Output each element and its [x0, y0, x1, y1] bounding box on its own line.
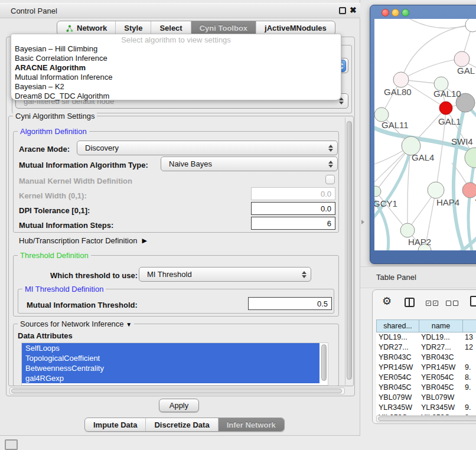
network-node[interactable]: [393, 72, 409, 87]
attribute-item-betweennesscentrality[interactable]: BetweennessCentrality: [22, 363, 319, 373]
list-scrollbar-thumb[interactable]: [321, 344, 327, 381]
minimized-panel-icon[interactable]: [5, 439, 18, 450]
table-row[interactable]: YBL079WYBL079W: [376, 393, 476, 403]
settings-vertical-scrollbar[interactable]: [345, 118, 353, 385]
table-cell[interactable]: 8.: [462, 373, 476, 383]
dropdown-item-dream8[interactable]: Dream8 DC_TDC Algorithm: [11, 92, 341, 101]
column-header-shared-name[interactable]: shared...: [377, 320, 419, 332]
table-cell[interactable]: 9.: [462, 363, 476, 373]
apply-button[interactable]: Apply: [159, 399, 199, 412]
network-canvas[interactable]: GALGAL80GAL10GAL1GAL11SWI4GAL4GCY1HAP4YH…: [374, 19, 476, 250]
attribute-item-selfloops[interactable]: SelfLoops: [22, 343, 319, 353]
column-header-name[interactable]: name: [419, 320, 463, 332]
expander-right-icon[interactable]: ▶: [142, 237, 146, 244]
aracne-mode-combo[interactable]: Discovery: [77, 141, 338, 155]
dropdown-item-bayesian-hill-climbing[interactable]: Bayesian – Hill Climbing: [11, 44, 341, 54]
tab-infer-network[interactable]: Infer Network: [218, 418, 284, 431]
table-row[interactable]: YBR043CYBR043C: [376, 353, 476, 363]
mi-steps-field[interactable]: 6: [251, 217, 335, 230]
panel-divider: [0, 435, 360, 436]
network-node[interactable]: [374, 186, 381, 197]
table-row[interactable]: YDR27...YDR27...12: [376, 343, 476, 353]
window-zoom-icon[interactable]: [402, 9, 409, 17]
table-row[interactable]: YLR345WYLR345W9.: [376, 403, 476, 413]
tab-cyni-toolbox[interactable]: Cyni Toolbox: [191, 21, 256, 35]
table-cell[interactable]: YBL079W: [376, 393, 419, 403]
attribute-item-topologicalcoefficient[interactable]: TopologicalCoefficient: [22, 353, 319, 363]
mi-threshold-field[interactable]: 0.5: [248, 297, 332, 310]
window-minimize-icon[interactable]: [392, 9, 399, 17]
select-all-icon[interactable]: ✓✓: [426, 301, 438, 306]
panel-splitter[interactable]: [360, 0, 370, 266]
dropdown-item-bayesian-k2[interactable]: Bayesian – K2: [11, 82, 341, 92]
table-row[interactable]: YER054CYER054C8.: [376, 373, 476, 383]
combo-stepper-icon[interactable]: [302, 268, 307, 281]
table-cell[interactable]: YDL19...: [376, 332, 419, 343]
table-cell[interactable]: YBR043C: [376, 353, 419, 363]
table-cell[interactable]: YDR27...: [376, 343, 419, 353]
table-row[interactable]: YDL19...YDL19...13: [376, 332, 476, 343]
table-cell[interactable]: 9.: [462, 383, 476, 393]
table-cell[interactable]: [462, 353, 476, 363]
splitter-handle-icon[interactable]: [361, 220, 364, 224]
dropdown-item-basic-correlation[interactable]: Basic Correlation Inference: [11, 54, 341, 63]
hub-definition-expander[interactable]: Hub/Transcription Factor Definition ▶: [19, 236, 147, 245]
table-row[interactable]: YBR045CYBR045C9.: [376, 383, 476, 393]
table-cell[interactable]: 12: [462, 343, 476, 353]
scrollbar-thumb[interactable]: [378, 416, 476, 421]
tab-style[interactable]: Style: [115, 21, 151, 35]
dropdown-item-aracne[interactable]: ARACNE Algorithm: [11, 63, 341, 73]
table-cell[interactable]: YPR145W: [419, 363, 462, 373]
network-node[interactable]: [400, 223, 415, 237]
table-cell[interactable]: YER054C: [419, 373, 462, 383]
new-table-icon[interactable]: [470, 296, 476, 306]
combo-stepper-icon[interactable]: [328, 141, 333, 155]
tab-discretize-data[interactable]: Discretize Data: [145, 418, 217, 431]
table-cell[interactable]: YBR045C: [419, 383, 462, 393]
network-window[interactable]: GALGAL80GAL10GAL1GAL11SWI4GAL4GCY1HAP4YH…: [370, 5, 476, 264]
network-node[interactable]: [428, 182, 444, 198]
dpi-tolerance-field[interactable]: 0.0: [251, 202, 335, 215]
data-attributes-list[interactable]: SelfLoops TopologicalCoefficient Between…: [21, 343, 328, 386]
column-header-extra[interactable]: A: [463, 320, 476, 332]
network-node[interactable]: [462, 182, 476, 198]
table-cell[interactable]: YER054C: [376, 373, 419, 383]
table-cell[interactable]: YBR045C: [376, 383, 419, 393]
table-cell[interactable]: YBR043C: [419, 353, 462, 363]
network-node[interactable]: [439, 102, 452, 115]
scrollbar-thumb[interactable]: [347, 121, 352, 380]
manual-kernel-width-checkbox[interactable]: [325, 175, 335, 184]
table-cell[interactable]: YDR27...: [419, 343, 462, 353]
deselect-all-icon[interactable]: [446, 301, 458, 306]
kernel-width-field[interactable]: 0.0: [251, 187, 335, 200]
window-close-icon[interactable]: [382, 9, 389, 17]
table-cell[interactable]: YLR345W: [376, 403, 419, 413]
table-row[interactable]: YPR145WYPR145W9.: [376, 363, 476, 373]
column-view-icon[interactable]: [405, 298, 415, 307]
close-icon[interactable]: ✖: [350, 5, 357, 15]
combo-stepper-icon[interactable]: [328, 157, 333, 171]
tab-jactivemnodules[interactable]: jActiveMNodules: [256, 21, 335, 35]
table-cell[interactable]: 13: [462, 332, 476, 343]
attribute-item-gal4rgexp[interactable]: gal4RGexp: [22, 373, 319, 383]
table-cell[interactable]: YBL079W: [419, 393, 462, 403]
network-node[interactable]: [465, 19, 476, 32]
gear-icon[interactable]: ⚙: [382, 295, 392, 308]
table-cell[interactable]: YDL19...: [419, 332, 462, 343]
table-horizontal-scrollbar[interactable]: [376, 415, 476, 422]
tab-impute-data[interactable]: Impute Data: [85, 418, 145, 431]
float-panel-button[interactable]: [339, 7, 346, 14]
tab-select[interactable]: Select: [151, 21, 190, 35]
table-cell[interactable]: 9.: [462, 403, 476, 413]
mi-algorithm-type-combo[interactable]: Naive Bayes: [161, 156, 338, 171]
settings-horizontal-scrollbar[interactable]: [9, 387, 345, 394]
table-cell[interactable]: [462, 393, 476, 403]
network-node[interactable]: [454, 51, 470, 67]
collapse-down-icon[interactable]: ▼: [126, 321, 132, 328]
which-threshold-combo[interactable]: MI Threshold: [139, 267, 311, 282]
tab-network[interactable]: Network: [57, 21, 115, 35]
table-cell[interactable]: YLR345W: [419, 403, 462, 413]
scrollbar-thumb[interactable]: [11, 389, 342, 393]
dropdown-item-mutual-information[interactable]: Mutual Information Inference: [11, 73, 341, 82]
table-cell[interactable]: YPR145W: [376, 363, 419, 373]
